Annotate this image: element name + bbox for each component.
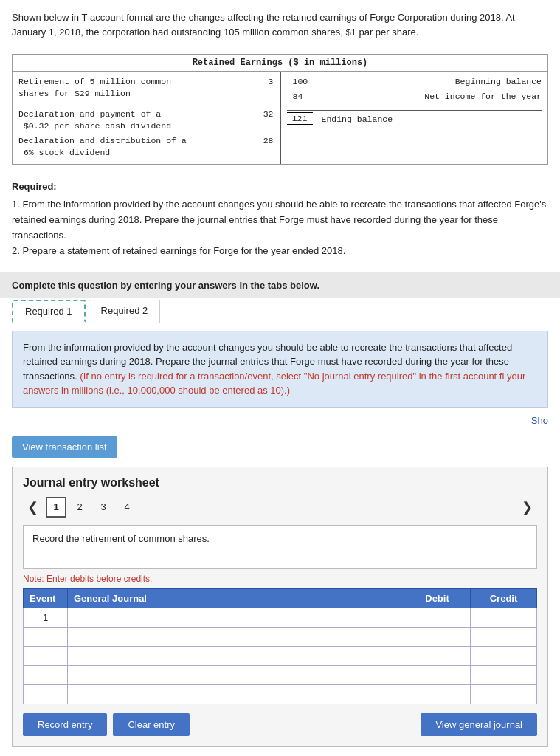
- journal-entry-table: Event General Journal Debit Credit 1: [23, 588, 537, 704]
- t-account-right-row-1: 100 Beginning balance: [287, 75, 542, 89]
- debit-cell-1[interactable]: [404, 608, 471, 627]
- t-account-right-row-2: 84 Net income for the year: [287, 89, 542, 104]
- general-journal-input-1[interactable]: [68, 608, 404, 627]
- general-journal-cell-4[interactable]: [68, 665, 404, 684]
- table-row: [24, 627, 537, 646]
- complete-instruction-box: Complete this question by entering your …: [0, 272, 560, 298]
- tab-required-2[interactable]: Required 2: [89, 300, 161, 323]
- general-journal-input-3[interactable]: [68, 647, 404, 665]
- t-account-row-2: Declaration and payment of a $0.32 per s…: [18, 107, 274, 134]
- debit-before-credits-note: Note: Enter debits before credits.: [23, 574, 537, 584]
- debit-cell-4[interactable]: [404, 665, 471, 684]
- page-4-button[interactable]: 4: [117, 497, 137, 518]
- col-header-event: Event: [24, 588, 68, 608]
- table-row: [24, 646, 537, 665]
- worksheet-nav: ❮ 1 2 3 4 ❯: [23, 497, 537, 518]
- tab-row: Required 1 Required 2: [12, 300, 548, 323]
- credit-cell-5[interactable]: [471, 684, 537, 704]
- table-row: [24, 684, 537, 704]
- required-item-2: 2. Prepare a statement of retained earni…: [12, 244, 548, 259]
- required-section: Required: 1. From the information provid…: [0, 172, 560, 267]
- t-account-credit-side: 100 Beginning balance 84 Net income for …: [281, 72, 548, 164]
- debit-input-2[interactable]: [404, 628, 470, 646]
- general-journal-cell-5[interactable]: [68, 684, 404, 704]
- t-account-table: Retained Earnings ($ in millions) Retire…: [12, 54, 548, 165]
- credit-input-1[interactable]: [471, 608, 536, 627]
- instruction-orange-text: (If no entry is required for a transacti…: [23, 371, 525, 396]
- journal-entry-worksheet: Journal entry worksheet ❮ 1 2 3 4 ❯ Reco…: [12, 467, 548, 747]
- clear-entry-button[interactable]: Clear entry: [113, 713, 190, 736]
- event-cell-2: [24, 627, 68, 646]
- t-account-row-3: Declaration and distribution of a 6% sto…: [18, 134, 274, 160]
- debit-input-4[interactable]: [404, 666, 470, 684]
- t-account-row-1: Retirement of 5 million commonshares for…: [18, 75, 274, 101]
- t-account-debit-side: Retirement of 5 million commonshares for…: [13, 72, 281, 164]
- debit-input-3[interactable]: [404, 647, 470, 665]
- worksheet-title: Journal entry worksheet: [23, 476, 537, 489]
- page-3-button[interactable]: 3: [93, 497, 114, 518]
- t-account-header: Retained Earnings ($ in millions): [13, 55, 547, 72]
- debit-cell-3[interactable]: [404, 646, 471, 665]
- intro-text: Shown below in T-account format are the …: [0, 0, 560, 47]
- view-general-journal-button[interactable]: View general journal: [421, 713, 537, 736]
- debit-input-5[interactable]: [404, 685, 470, 704]
- event-cell-1: 1: [24, 608, 68, 627]
- general-journal-cell-1[interactable]: [68, 608, 404, 627]
- tab-required-1[interactable]: Required 1: [12, 300, 86, 323]
- col-header-general-journal: General Journal: [68, 588, 404, 608]
- general-journal-cell-3[interactable]: [68, 646, 404, 665]
- page-2-button[interactable]: 2: [69, 497, 90, 518]
- event-cell-5: [24, 684, 68, 704]
- credit-cell-2[interactable]: [471, 627, 537, 646]
- credit-input-4[interactable]: [471, 666, 536, 684]
- event-cell-3: [24, 646, 68, 665]
- general-journal-input-5[interactable]: [68, 685, 404, 704]
- credit-input-5[interactable]: [471, 685, 536, 704]
- view-transaction-list-button[interactable]: View transaction list: [12, 436, 117, 458]
- credit-cell-3[interactable]: [471, 646, 537, 665]
- action-buttons: Record entry Clear entry View general jo…: [23, 713, 537, 736]
- credit-input-2[interactable]: [471, 628, 536, 646]
- instruction-box: From the information provided by the acc…: [12, 331, 548, 408]
- credit-input-3[interactable]: [471, 647, 536, 665]
- col-header-debit: Debit: [404, 588, 471, 608]
- col-header-credit: Credit: [471, 588, 537, 608]
- credit-cell-4[interactable]: [471, 665, 537, 684]
- general-journal-cell-2[interactable]: [68, 627, 404, 646]
- table-row: [24, 665, 537, 684]
- event-cell-4: [24, 665, 68, 684]
- general-journal-input-4[interactable]: [68, 666, 404, 684]
- record-entry-button[interactable]: Record entry: [23, 713, 107, 736]
- table-row: 1: [24, 608, 537, 627]
- record-description-box: Record the retirement of common shares.: [23, 525, 537, 569]
- debit-input-1[interactable]: [404, 608, 470, 627]
- prev-page-button[interactable]: ❮: [23, 498, 43, 517]
- required-item-1: 1. From the information provided by the …: [12, 197, 548, 243]
- required-title: Required:: [12, 179, 548, 195]
- show-link[interactable]: Sho: [0, 415, 560, 429]
- next-page-button[interactable]: ❯: [517, 498, 537, 517]
- debit-cell-5[interactable]: [404, 684, 471, 704]
- credit-cell-1[interactable]: [471, 608, 537, 627]
- debit-cell-2[interactable]: [404, 627, 471, 646]
- page-1-button[interactable]: 1: [46, 497, 66, 518]
- general-journal-input-2[interactable]: [68, 628, 404, 646]
